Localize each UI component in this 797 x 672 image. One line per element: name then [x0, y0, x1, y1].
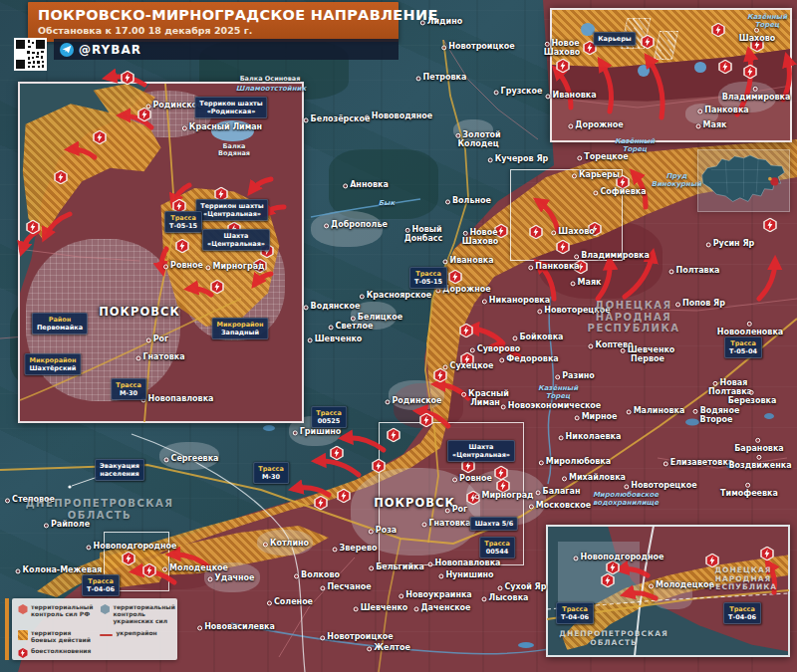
hex-bolt-icon	[18, 648, 28, 658]
red-line-icon	[100, 634, 113, 636]
legend-item: территория боевых действий	[18, 629, 93, 643]
legend-label: укрепрайон	[116, 629, 156, 636]
telegram-icon	[60, 43, 74, 57]
inset-pokrovsk-city	[18, 82, 304, 423]
inset-city-grid-pokrovsk	[26, 239, 181, 401]
hex-gray-icon	[100, 604, 110, 614]
rybar-bar: @RYBAR	[54, 39, 398, 60]
inset-city-footprint-molodetskoe	[654, 580, 692, 608]
city-footprint-dobropole	[311, 211, 383, 247]
legend-item: территориальный контроль сил РФ	[18, 603, 93, 625]
qr-code	[14, 38, 47, 71]
legend-label: боестолкновения	[31, 647, 91, 654]
inset-novopidhorodne	[546, 525, 790, 657]
terrain-patch	[329, 149, 438, 219]
legend-item: боестолкновения	[18, 647, 93, 658]
city-footprint-belitskoe	[351, 302, 397, 330]
inset-shakhovo	[550, 8, 792, 142]
inset-lake	[211, 120, 253, 140]
legend-item: укрепрайон	[100, 629, 174, 643]
inset-source-rect-novopidhorodne	[104, 532, 169, 591]
legend-item: территориальный контроль украинских сил	[100, 603, 174, 625]
inset-source-rect-shakhovo	[510, 169, 623, 261]
city-footprint-sergeevka	[159, 442, 219, 470]
ukraine-outline	[698, 150, 789, 211]
legend-label: территориальный контроль сил РФ	[31, 603, 93, 617]
inset-city-grid-novopidhorodne	[558, 542, 640, 603]
map-screenshot: ЛидиноНовотроицкоеПетровкаГрузскоеНовово…	[0, 0, 797, 672]
rybar-handle: @RYBAR	[79, 43, 141, 57]
hex-red-icon	[18, 604, 28, 614]
city-footprint	[453, 119, 493, 141]
inset-city-footprint	[685, 104, 718, 124]
ukraine-locator-map	[697, 149, 790, 212]
page-title: ПОКРОВСКО-МИРНОГРАДСКОЕ НАПРАВЛЕНИЕ	[38, 7, 389, 23]
title-banner: ПОКРОВСКО-МИРНОГРАДСКОЕ НАПРАВЛЕНИЕ Обст…	[28, 2, 398, 42]
legend-label: территориальный контроль украинских сил	[113, 603, 174, 625]
city-footprint-udachnoe	[204, 562, 260, 592]
legend-label: территория боевых действий	[31, 629, 93, 643]
city-footprint-kotlino	[257, 530, 313, 556]
legend-items: территориальный контроль сил РФтерритори…	[18, 603, 171, 658]
city-footprint-rodinskoe	[389, 380, 444, 410]
legend-accent-bar	[5, 598, 9, 660]
hatch-sq-icon	[18, 630, 28, 640]
inset-city-footprint	[718, 82, 775, 112]
inset-lake	[581, 23, 595, 36]
page-subtitle: Обстановка к 17.00 18 декабря 2025 г.	[38, 25, 389, 36]
inset-lake	[638, 65, 650, 77]
inset-source-rect-pokrovsk	[379, 422, 524, 565]
map-legend: территориальный контроль сил РФтерритори…	[12, 598, 177, 660]
